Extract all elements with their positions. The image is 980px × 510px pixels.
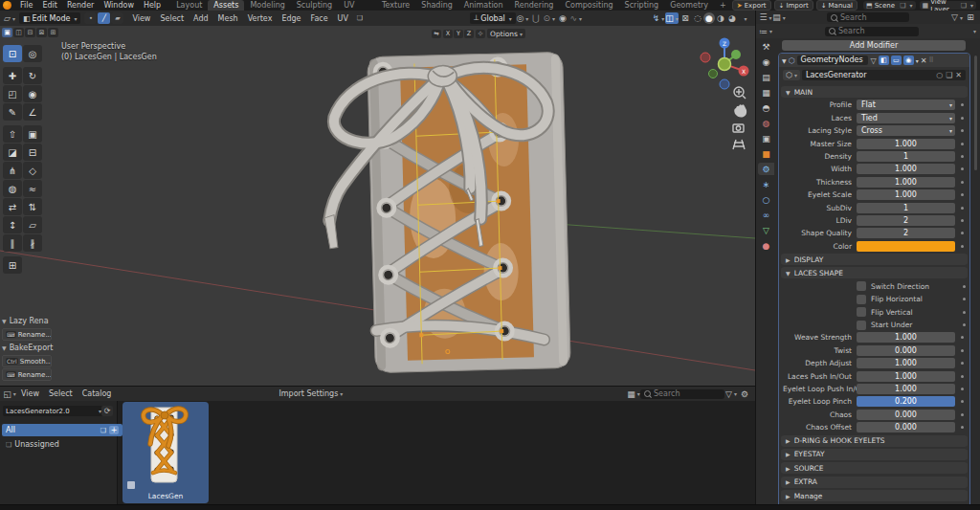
animate-decorator[interactable] [961, 413, 964, 416]
properties-tab-collection[interactable]: ▣ [758, 132, 774, 144]
section-d-ring-hook-eyelets[interactable]: ▶D-RING & HOOK EYELETS [781, 435, 968, 447]
tool-inset-faces[interactable]: ▣ [23, 125, 42, 143]
properties-tab-object[interactable]: ■ [758, 147, 774, 160]
dropdown-laces[interactable]: Tied [857, 113, 955, 123]
properties-tab-particles[interactable]: ∗ [758, 178, 774, 190]
animate-decorator[interactable] [961, 129, 964, 132]
refresh-icon[interactable]: ⟳ [101, 406, 113, 416]
animate-decorator[interactable] [961, 181, 964, 184]
scene-selector[interactable]: ⬒ Scene ❏ [863, 1, 916, 10]
drag-handle-icon[interactable]: ⠿ [928, 56, 932, 64]
checkbox-flip-horizontal[interactable] [857, 295, 866, 304]
menu-file[interactable]: File [15, 1, 37, 10]
properties-editor-dropdown[interactable]: ≔ [759, 26, 772, 37]
import-settings-dropdown[interactable]: Import Settings [278, 389, 343, 398]
value-field-eyelet-scale[interactable]: 1.000 [857, 189, 955, 200]
workspace-tab-modeling[interactable]: Modeling [244, 0, 290, 11]
value-field-ldiv[interactable]: 2 [857, 215, 955, 226]
import-button[interactable]: ⇣Import [774, 0, 813, 11]
tool-measure[interactable]: ∠ [23, 103, 42, 121]
select-mode-edge-button[interactable]: ╱ [98, 12, 110, 24]
unlink-icon[interactable]: ✕ [955, 71, 962, 79]
viewport-menu-select[interactable]: Select [155, 14, 189, 23]
asset-menu-view[interactable]: View [16, 389, 44, 398]
workspace-tab-scripting[interactable]: Scripting [619, 0, 665, 11]
xray-toggle[interactable]: ⊠ [679, 12, 692, 24]
color-swatch-color[interactable] [857, 241, 955, 252]
shading-solid-button[interactable]: ● [703, 12, 715, 24]
asset-browser-editor-dropdown[interactable]: ◱ [3, 388, 16, 400]
select-intersect-icon[interactable]: ⊞ [48, 28, 58, 37]
select-mode-face-button[interactable]: ▰ [111, 12, 123, 24]
mirror-icon[interactable]: ⇋ [432, 30, 441, 38]
animate-decorator[interactable] [961, 400, 964, 403]
outliner-filter-icon[interactable]: ▽ [950, 11, 964, 23]
page-icon[interactable]: ❏ [353, 12, 367, 24]
rename-button[interactable]: ⌨ Rename... [2, 328, 52, 341]
tool-transform[interactable]: ◉ [23, 85, 42, 102]
view-layer-selector[interactable]: ▦ View Layer ❏ [920, 1, 976, 10]
outliner-editor-dropdown[interactable]: ☰ [759, 11, 772, 23]
value-field-thickness[interactable]: 1.000 [857, 177, 955, 188]
new-collection-icon[interactable]: ⊞ [964, 11, 977, 23]
shading-material-button[interactable]: ◑ [715, 12, 726, 24]
select-set-icon[interactable]: ▣ [2, 28, 12, 37]
dropdown-profile[interactable]: Flat [857, 100, 955, 110]
animate-decorator[interactable] [963, 311, 966, 314]
animate-decorator[interactable] [961, 362, 964, 365]
menu-render[interactable]: Render [62, 1, 99, 10]
asset-menu-select[interactable]: Select [44, 389, 78, 398]
viewport-menu-vertex[interactable]: Vertex [243, 14, 278, 23]
animate-decorator[interactable] [961, 143, 964, 145]
tool-shrink-fatten[interactable]: ↕ [3, 216, 22, 233]
tool-vertex-slide[interactable]: ⇅ [23, 198, 42, 215]
viewport-menu-face[interactable]: Face [306, 14, 333, 23]
modifier-header[interactable]: ▼ ⬡ GeometryNodes ▽ ◧ ▭ ◉ ▾ ✕ ⠿ [779, 54, 969, 67]
value-field-twist[interactable]: 0.000 [857, 345, 955, 356]
select-extend-icon[interactable]: ◫ [13, 28, 24, 37]
tool-move[interactable]: ✚ [3, 67, 22, 84]
animate-decorator[interactable] [963, 298, 966, 300]
tool-bevel[interactable]: ◪ [3, 144, 22, 161]
blender-logo-icon[interactable] [3, 1, 11, 10]
options-dropdown[interactable]: Options [487, 29, 525, 38]
shading-rendered-button[interactable]: ◕ [726, 12, 738, 24]
properties-tab-render[interactable]: ◉ [758, 55, 774, 68]
animate-decorator[interactable] [961, 426, 964, 429]
properties-tab-scene[interactable]: ◓ [758, 101, 774, 114]
animate-decorator[interactable] [961, 388, 964, 390]
properties-tab-tool[interactable]: ⚒ [758, 40, 774, 53]
animate-decorator[interactable] [961, 336, 964, 339]
asset-search-input[interactable]: Search [640, 389, 724, 399]
smooth-button[interactable]: Ctrl Smooth... [2, 355, 52, 367]
tool-rotate[interactable]: ↻ [23, 67, 42, 84]
mode-selector[interactable]: ◧ Edit Mode [19, 12, 80, 24]
properties-tab-constraints[interactable]: ∞ [758, 209, 774, 221]
viewport-menu-uv[interactable]: UV [333, 14, 353, 23]
properties-tab-material[interactable]: ● [758, 239, 774, 252]
properties-search-input[interactable]: Search [825, 27, 919, 36]
value-field-eyelet-loop-push-in-out[interactable]: 1.000 [857, 384, 955, 394]
asset-item-lacesgen[interactable]: LacesGen [122, 402, 209, 503]
viewport-menu-edge[interactable]: Edge [277, 14, 305, 23]
asset-menu-catalog[interactable]: Catalog [78, 389, 117, 398]
checkbox-switch-direction[interactable] [857, 281, 866, 291]
tool-rip-edge[interactable]: ∦ [23, 234, 42, 252]
fake-user-icon[interactable]: ○ [936, 71, 943, 79]
catalog-unassigned[interactable]: ❏Unassigned [2, 438, 122, 451]
asset-library-selector[interactable]: LacesGenerator2.0 [3, 406, 104, 416]
select-mode-vertex-button[interactable]: ∙ [84, 12, 97, 24]
viewport-canvas[interactable]: Z X [0, 26, 755, 386]
properties-tab-modifiers[interactable]: ⚙ [758, 163, 774, 175]
animate-decorator[interactable] [961, 155, 964, 158]
select-subtract-icon[interactable]: ⊟ [25, 28, 35, 37]
tool-cursor[interactable]: ◎ [23, 45, 42, 62]
properties-tab-output[interactable]: ▤ [758, 71, 774, 83]
workspace-tab-assets[interactable]: Assets [208, 0, 244, 11]
add-catalog-icon[interactable]: + [109, 426, 119, 434]
tool-add-cube[interactable]: ⊞ [3, 256, 22, 274]
viewport-menu-mesh[interactable]: Mesh [213, 14, 243, 23]
asset-filter-icon[interactable]: ▽ [724, 388, 738, 400]
section-eyestay[interactable]: ▶EYESTAY [781, 449, 968, 460]
workspace-tab-shading[interactable]: Shading [415, 0, 458, 11]
